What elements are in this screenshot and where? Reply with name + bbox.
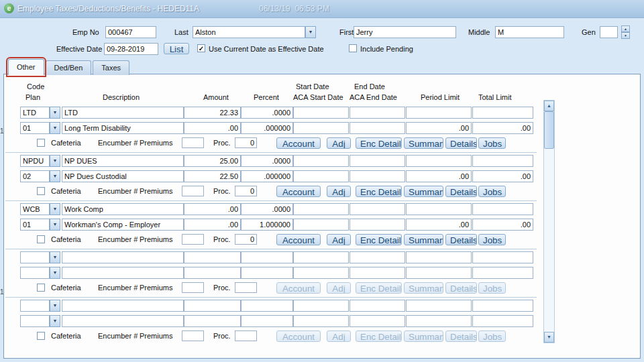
details-button[interactable]: Details bbox=[445, 234, 477, 245]
include-pending-checkbox[interactable] bbox=[349, 44, 357, 52]
plan-aca-start-date-field[interactable] bbox=[293, 315, 349, 327]
cafeteria-checkbox[interactable] bbox=[37, 235, 45, 243]
code-aca-start-date-field[interactable] bbox=[293, 155, 349, 167]
plan-amount-field[interactable]: .00 bbox=[184, 219, 241, 231]
scroll-down-button[interactable]: ▼ bbox=[544, 332, 554, 343]
code-aca-start-date-field[interactable] bbox=[293, 107, 349, 119]
code-field[interactable] bbox=[20, 300, 50, 312]
vertical-scrollbar[interactable]: ▲ ▼ bbox=[543, 100, 555, 343]
summary-button[interactable]: Summary bbox=[404, 186, 443, 197]
cafeteria-checkbox[interactable] bbox=[37, 187, 45, 195]
details-button[interactable]: Details bbox=[445, 282, 477, 294]
plan-total-limit-field[interactable]: .00 bbox=[472, 219, 533, 231]
jobs-button[interactable]: Jobs bbox=[478, 137, 506, 149]
jobs-button[interactable]: Jobs bbox=[478, 330, 506, 342]
account-button[interactable]: Account bbox=[276, 330, 321, 342]
plan-total-limit-field[interactable]: .00 bbox=[472, 122, 533, 134]
account-button[interactable]: Account bbox=[276, 186, 321, 197]
plan-description-field[interactable]: Long Term Disability bbox=[62, 122, 184, 134]
cafeteria-checkbox[interactable] bbox=[37, 284, 45, 292]
summary-button[interactable]: Summary bbox=[404, 330, 443, 342]
spinner-up-button[interactable]: ▲ bbox=[621, 25, 630, 32]
details-button[interactable]: Details bbox=[445, 137, 477, 149]
plan-field[interactable] bbox=[20, 267, 50, 279]
enc-details-button[interactable]: Enc Details bbox=[356, 186, 402, 197]
code-period-limit-field[interactable] bbox=[406, 155, 472, 167]
spinner-down-button[interactable]: ▼ bbox=[621, 32, 630, 39]
proc-field[interactable]: 0 bbox=[235, 186, 257, 196]
plan-period-limit-field[interactable]: .00 bbox=[406, 219, 472, 231]
plan-amount-field[interactable]: 22.50 bbox=[184, 170, 241, 182]
plan-percent-field[interactable]: .000000 bbox=[241, 122, 293, 134]
proc-field[interactable] bbox=[235, 282, 257, 293]
code-description-field[interactable]: NP DUES bbox=[62, 155, 184, 167]
plan-aca-start-date-field[interactable] bbox=[293, 122, 349, 134]
code-field[interactable]: LTD bbox=[20, 107, 50, 119]
cafeteria-checkbox[interactable] bbox=[37, 332, 45, 340]
code-field[interactable] bbox=[20, 251, 50, 263]
tab-other[interactable]: Other bbox=[8, 59, 44, 75]
plan-description-field[interactable] bbox=[62, 315, 184, 327]
premiums-field[interactable] bbox=[182, 234, 204, 245]
plan-amount-field[interactable]: .00 bbox=[184, 122, 241, 134]
plan-aca-end-date-field[interactable] bbox=[350, 219, 405, 231]
code-dropdown-button[interactable]: ▼ bbox=[50, 300, 60, 312]
code-dropdown-button[interactable]: ▼ bbox=[50, 155, 60, 167]
plan-percent-field[interactable] bbox=[241, 315, 293, 327]
scrollbar-thumb[interactable] bbox=[544, 111, 554, 149]
plan-dropdown-button[interactable]: ▼ bbox=[50, 170, 60, 182]
last-name-dropdown-button[interactable]: ▼ bbox=[305, 26, 316, 38]
code-amount-field[interactable]: .00 bbox=[184, 203, 241, 215]
code-dropdown-button[interactable]: ▼ bbox=[50, 203, 60, 215]
jobs-button[interactable]: Jobs bbox=[478, 282, 506, 294]
premiums-field[interactable] bbox=[182, 330, 204, 341]
code-percent-field[interactable] bbox=[241, 251, 293, 263]
premiums-field[interactable] bbox=[182, 282, 204, 293]
jobs-button[interactable]: Jobs bbox=[478, 234, 506, 245]
premiums-field[interactable] bbox=[182, 137, 204, 148]
effective-date-field[interactable]: 09-28-2019 bbox=[104, 43, 158, 55]
adj-button[interactable]: Adj bbox=[327, 330, 351, 342]
plan-aca-end-date-field[interactable] bbox=[350, 122, 405, 134]
last-name-field[interactable]: Alston bbox=[193, 26, 305, 38]
code-dropdown-button[interactable]: ▼ bbox=[50, 251, 60, 263]
plan-period-limit-field[interactable]: .00 bbox=[406, 122, 472, 134]
list-button[interactable]: List bbox=[164, 43, 189, 54]
enc-details-button[interactable]: Enc Details bbox=[356, 234, 402, 245]
adj-button[interactable]: Adj bbox=[327, 234, 351, 245]
plan-aca-end-date-field[interactable] bbox=[350, 170, 405, 182]
enc-details-button[interactable]: Enc Details bbox=[356, 330, 402, 342]
plan-total-limit-field[interactable] bbox=[472, 315, 533, 327]
details-button[interactable]: Details bbox=[445, 330, 477, 342]
code-amount-field[interactable]: 25.00 bbox=[184, 155, 241, 167]
plan-percent-field[interactable]: .000000 bbox=[241, 170, 293, 182]
proc-field[interactable] bbox=[235, 330, 257, 341]
plan-description-field[interactable]: Workman's Comp - Employer bbox=[62, 219, 184, 231]
code-total-limit-field[interactable] bbox=[472, 251, 533, 263]
code-period-limit-field[interactable] bbox=[406, 107, 472, 119]
plan-dropdown-button[interactable]: ▼ bbox=[50, 122, 60, 134]
code-description-field[interactable]: LTD bbox=[62, 107, 184, 119]
emp-no-field[interactable]: 000467 bbox=[105, 26, 156, 38]
code-total-limit-field[interactable] bbox=[472, 300, 533, 312]
plan-description-field[interactable] bbox=[62, 267, 184, 279]
code-aca-end-date-field[interactable] bbox=[350, 155, 405, 167]
code-amount-field[interactable] bbox=[184, 251, 241, 263]
code-aca-end-date-field[interactable] bbox=[350, 251, 405, 263]
plan-aca-start-date-field[interactable] bbox=[293, 170, 349, 182]
code-aca-start-date-field[interactable] bbox=[293, 300, 349, 312]
plan-description-field[interactable]: NP Dues Custodial bbox=[62, 170, 184, 182]
account-button[interactable]: Account bbox=[276, 137, 321, 149]
code-field[interactable]: WCB bbox=[20, 203, 50, 215]
enc-details-button[interactable]: Enc Details bbox=[356, 282, 402, 294]
gen-field[interactable] bbox=[600, 26, 618, 38]
code-field[interactable]: NPDU bbox=[20, 155, 50, 167]
tab-ded-ben[interactable]: Ded/Ben bbox=[46, 60, 92, 75]
code-percent-field[interactable] bbox=[241, 300, 293, 312]
plan-aca-start-date-field[interactable] bbox=[293, 267, 349, 279]
adj-button[interactable]: Adj bbox=[327, 137, 351, 149]
code-aca-end-date-field[interactable] bbox=[350, 203, 405, 215]
code-dropdown-button[interactable]: ▼ bbox=[50, 107, 60, 119]
plan-aca-end-date-field[interactable] bbox=[350, 315, 405, 327]
plan-field[interactable]: 01 bbox=[20, 122, 50, 134]
